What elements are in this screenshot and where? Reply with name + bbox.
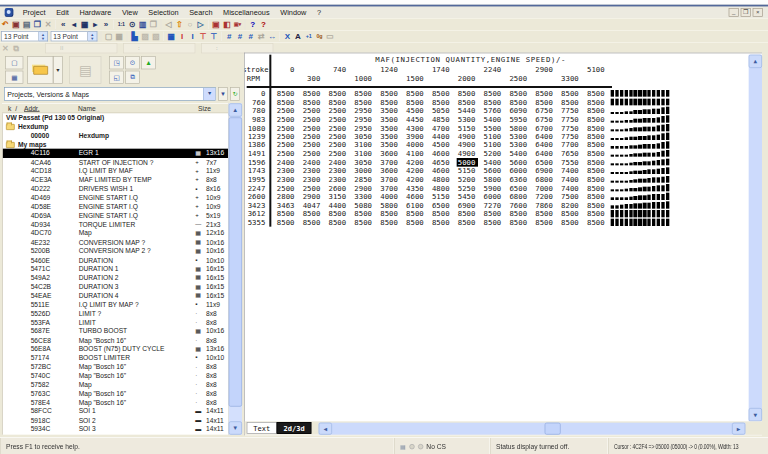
values-dec-icon[interactable]: # (235, 31, 246, 42)
map-cell[interactable]: 2500 (297, 184, 323, 193)
map-cell[interactable]: 5300 (452, 115, 478, 124)
map-cell[interactable]: 2900 (349, 184, 375, 193)
values-hex-icon[interactable]: # (224, 31, 235, 42)
map-cell[interactable]: 2500 (271, 141, 297, 150)
map-cell[interactable]: 7860 (530, 201, 556, 210)
projects-combo[interactable]: Projects, Versions & Maps ▼ (4, 87, 216, 100)
rows-spinner[interactable]: 13 Point ▲▼ (51, 31, 98, 41)
map-cell[interactable]: 2850 (349, 175, 375, 184)
map-cell[interactable]: 8500 (556, 89, 582, 98)
map-cell[interactable]: 6090 (504, 106, 530, 115)
tree-row-folder[interactable]: Hexdump (3, 122, 228, 131)
map-cell[interactable]: 8500 (375, 89, 401, 98)
map-cell[interactable]: 2400 (323, 158, 349, 167)
map-cell[interactable]: 5400 (478, 115, 504, 124)
map-cell[interactable]: 3500 (375, 132, 401, 141)
map-cell[interactable]: 3500 (375, 106, 401, 115)
tree-row-map[interactable]: 5471CDURATION 1▦16x15 (3, 265, 228, 274)
map-cell[interactable]: 6400 (530, 132, 556, 141)
map-cell[interactable]: 8500 (504, 89, 530, 98)
map-cell[interactable]: 2600 (323, 184, 349, 193)
menu-selection[interactable]: Selection (143, 8, 184, 16)
map-cell[interactable]: 8500 (349, 98, 375, 107)
map-cell[interactable]: 2300 (297, 167, 323, 176)
tree-row-project[interactable]: VW Passat (Pd 130 05 Original) (3, 113, 228, 122)
map-cell[interactable]: 4700 (426, 124, 452, 133)
map-cell[interactable]: 4800 (426, 175, 452, 184)
map-cell[interactable]: 6400 (530, 149, 556, 158)
tree-row-map[interactable]: 57582Map·8x8 (3, 380, 228, 389)
tree-row-map[interactable]: 54C2BDURATION 3▦16x15 (3, 282, 228, 291)
map-cell[interactable]: 2500 (323, 141, 349, 150)
map-cell[interactable]: 5800 (375, 201, 401, 210)
tree-row-map[interactable]: 5511EI.Q LIMIT BY MAP ?▪11x9 (3, 300, 228, 309)
copy-version-button[interactable]: ⧉ (125, 71, 140, 84)
map-cell[interactable]: 2500 (323, 124, 349, 133)
map-cell[interactable]: 5300 (504, 132, 530, 141)
compare-icon[interactable]: ▭ (325, 31, 336, 42)
map-cell[interactable]: 8500 (401, 210, 427, 219)
tree-row-map[interactable]: 54EAEDURATION 4▦16x15 (3, 291, 228, 300)
map-cell[interactable]: 4600 (401, 192, 427, 201)
menu-window[interactable]: Window (275, 8, 312, 16)
tree-row-map[interactable]: 57174BOOST LIMITER▪10x10 (3, 354, 228, 363)
map-cell[interactable]: 8500 (478, 210, 504, 219)
view-text-icon[interactable]: ▣ (211, 19, 222, 30)
swap-axes-icon[interactable]: ⇄ (256, 31, 267, 42)
menu-hardware[interactable]: Hardware (74, 8, 116, 16)
map-cell[interactable]: 4000 (375, 192, 401, 201)
map-cell[interactable]: 6400 (530, 141, 556, 150)
map-cell[interactable]: 8500 (375, 218, 401, 227)
tree-row-map[interactable]: 4CA46START OF INJECTION ?+7x7 (3, 158, 228, 167)
tree-row-map[interactable]: 5763CMap "Bosch 16"·8x8 (3, 389, 228, 398)
map-cell[interactable]: 5440 (452, 106, 478, 115)
map-cell[interactable]: 3100 (349, 149, 375, 158)
insert-col-icon[interactable]: ⊤ (198, 31, 209, 42)
insert-row-icon[interactable]: I (177, 31, 188, 42)
map-cell[interactable]: 4450 (401, 115, 427, 124)
tree-row-map[interactable]: 578E4Map "Bosch 16"·8x8 (3, 398, 228, 407)
map-cell[interactable]: 7700 (556, 141, 582, 150)
menu-miscellaneous[interactable]: Miscellaneous (218, 8, 275, 16)
map-cell[interactable]: 5100 (478, 132, 504, 141)
tree-row-map[interactable]: 4D69AENGINE START I.Q+5x19 (3, 211, 228, 220)
map-cell[interactable]: 2500 (271, 149, 297, 158)
open-project-dropdown[interactable]: ▼ (53, 56, 62, 84)
map-cell[interactable]: 6900 (452, 201, 478, 210)
combo-dropdown-icon[interactable]: ▼ (203, 88, 215, 100)
tree-row-map[interactable]: 5934CSOI 3▬14x11 (3, 425, 228, 434)
map-cell[interactable]: 2500 (297, 115, 323, 124)
print-icon[interactable]: ▤ (21, 19, 32, 30)
back-icon[interactable]: ◁ (163, 19, 174, 30)
map-cell[interactable]: 8500 (297, 210, 323, 219)
selection-all-icon[interactable]: ▦ (114, 31, 125, 42)
map-cell[interactable]: 8500 (530, 98, 556, 107)
map-cell[interactable]: 8500 (581, 218, 607, 227)
map-cell[interactable]: 5250 (452, 184, 478, 193)
map-cell[interactable]: 3150 (323, 192, 349, 201)
map-cell[interactable]: 7270 (478, 201, 504, 210)
map-cell[interactable]: 4600 (426, 149, 452, 158)
map-cell[interactable]: 2500 (323, 132, 349, 141)
map-cell[interactable]: 8500 (581, 158, 607, 167)
map-cell[interactable]: 2400 (297, 158, 323, 167)
map-cell[interactable]: 5900 (478, 184, 504, 193)
clone-window-icon[interactable]: ❐ (148, 19, 159, 30)
map-cell[interactable]: 8500 (323, 218, 349, 227)
tree-row-map[interactable]: 5460EDURATION▪10x10 (3, 256, 228, 265)
map-cell[interactable]: 2950 (349, 106, 375, 115)
tree-row-map[interactable]: 4C116EGR 1▦13x16 (3, 149, 228, 158)
map-cell[interactable]: 5800 (478, 175, 504, 184)
window-copy-icon[interactable]: ❐ (32, 19, 43, 30)
selection-frame-icon[interactable]: ▢ (103, 31, 114, 42)
tree-row-map[interactable]: 5526DLIMIT ?·8x8 (3, 309, 228, 318)
edit-axis-icon[interactable]: ▧ (151, 31, 162, 42)
grid-view-icon[interactable]: ▥ (137, 19, 148, 30)
scroll-up-icon[interactable]: ▲ (229, 103, 242, 116)
tree-row-folder[interactable]: My maps (3, 140, 228, 149)
map-cell[interactable]: 8500 (297, 89, 323, 98)
undo-icon[interactable]: ↶ (0, 19, 11, 30)
chart-preview-icon[interactable]: ▙ (129, 31, 140, 42)
map-cell[interactable]: 2500 (271, 115, 297, 124)
map-cell[interactable]: 5600 (478, 167, 504, 176)
